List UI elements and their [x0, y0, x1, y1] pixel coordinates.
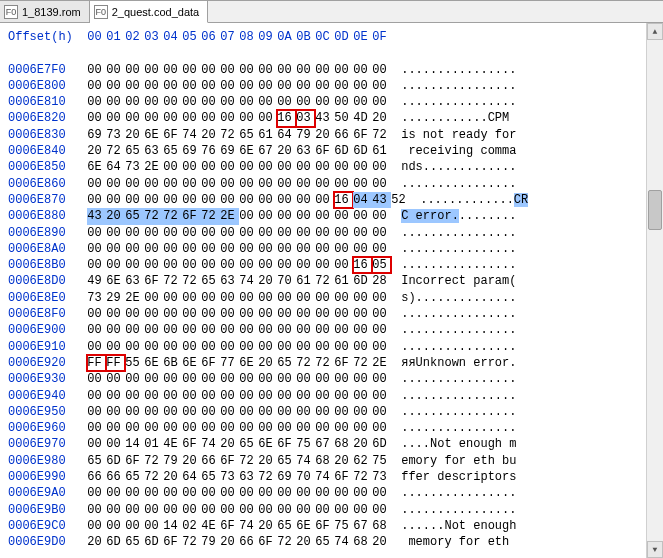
hex-byte[interactable]: 70	[296, 469, 315, 485]
hex-row[interactable]: 0006E990 666665722064657363726970746F727…	[8, 469, 642, 485]
hex-byte[interactable]: 00	[87, 306, 106, 322]
hex-byte[interactable]: 00	[239, 176, 258, 192]
hex-byte[interactable]: 20	[201, 127, 220, 143]
hex-byte[interactable]: 6F	[144, 273, 163, 289]
hex-byte[interactable]: 00	[182, 159, 201, 175]
hex-byte[interactable]: 14	[163, 518, 182, 534]
hex-byte[interactable]: 00	[106, 339, 125, 355]
hex-byte[interactable]: 00	[277, 485, 296, 501]
hex-byte[interactable]: 00	[163, 176, 182, 192]
hex-byte[interactable]: 00	[220, 94, 239, 110]
hex-byte[interactable]: 65	[277, 518, 296, 534]
hex-row[interactable]: 0006E7F0 0000000000000000000000000000000…	[8, 62, 642, 78]
hex-byte[interactable]: 00	[144, 502, 163, 518]
hex-byte[interactable]: 00	[353, 241, 372, 257]
hex-byte[interactable]: 66	[334, 127, 353, 143]
hex-byte[interactable]: 00	[258, 241, 277, 257]
hex-byte[interactable]: 00	[125, 192, 144, 208]
hex-byte[interactable]: 2E	[220, 208, 239, 224]
hex-byte[interactable]: 69	[182, 143, 201, 159]
hex-byte[interactable]: 00	[201, 192, 220, 208]
hex-byte[interactable]: 6E	[239, 143, 258, 159]
hex-byte[interactable]: 00	[106, 192, 125, 208]
hex-byte[interactable]: 62	[353, 453, 372, 469]
hex-byte[interactable]: 00	[106, 110, 125, 126]
hex-byte[interactable]: 00	[372, 208, 391, 224]
hex-byte[interactable]: 00	[144, 192, 163, 208]
hex-byte[interactable]: 20	[296, 534, 315, 550]
hex-byte[interactable]: 00	[87, 78, 106, 94]
hex-byte[interactable]: 20	[372, 534, 391, 550]
hex-row[interactable]: 0006E980 656D6F727920666F722065746820627…	[8, 453, 642, 469]
hex-byte[interactable]: 65	[87, 453, 106, 469]
hex-byte[interactable]: 66	[106, 469, 125, 485]
hex-row[interactable]: 0006E950 0000000000000000000000000000000…	[8, 404, 642, 420]
hex-byte[interactable]: 00	[334, 225, 353, 241]
hex-byte[interactable]: 28	[372, 273, 391, 289]
hex-byte[interactable]: 00	[163, 388, 182, 404]
hex-byte[interactable]: 00	[258, 420, 277, 436]
hex-byte[interactable]: 6F	[163, 534, 182, 550]
hex-byte[interactable]: 00	[125, 322, 144, 338]
hex-byte[interactable]: 00	[258, 94, 277, 110]
hex-byte[interactable]: 74	[296, 453, 315, 469]
hex-byte[interactable]: 00	[87, 62, 106, 78]
hex-byte[interactable]: 72	[258, 469, 277, 485]
hex-byte[interactable]: 65	[277, 453, 296, 469]
hex-byte[interactable]: 29	[106, 290, 125, 306]
hex-byte[interactable]: 00	[353, 62, 372, 78]
hex-byte[interactable]: 64	[106, 159, 125, 175]
hex-byte[interactable]: 4E	[201, 518, 220, 534]
hex-byte[interactable]: 00	[144, 339, 163, 355]
hex-byte[interactable]: 00	[220, 225, 239, 241]
hex-byte[interactable]: 74	[239, 273, 258, 289]
hex-content[interactable]: Offset(h) 000102030405060708090A0B0C0D0E…	[0, 23, 646, 558]
hex-byte[interactable]: 00	[296, 225, 315, 241]
hex-byte[interactable]: 00	[182, 420, 201, 436]
hex-byte[interactable]: 00	[296, 176, 315, 192]
hex-byte[interactable]: 00	[239, 404, 258, 420]
hex-byte[interactable]: 00	[239, 62, 258, 78]
hex-row[interactable]: 0006E860 0000000000000000000000000000000…	[8, 176, 642, 192]
hex-byte[interactable]: 00	[144, 62, 163, 78]
hex-byte[interactable]: 00	[182, 404, 201, 420]
hex-byte[interactable]: 20	[125, 127, 144, 143]
hex-byte[interactable]: 00	[258, 306, 277, 322]
hex-byte[interactable]: 65	[163, 143, 182, 159]
hex-row[interactable]: 0006E880 43206572726F722E000000000000000…	[8, 208, 642, 224]
hex-byte[interactable]: 00	[258, 62, 277, 78]
hex-byte[interactable]: 00	[201, 404, 220, 420]
hex-byte[interactable]: 73	[125, 159, 144, 175]
hex-byte[interactable]: 70	[277, 273, 296, 289]
hex-byte[interactable]: 00	[296, 485, 315, 501]
hex-byte[interactable]: 00	[315, 371, 334, 387]
hex-byte[interactable]: 61	[372, 143, 391, 159]
hex-byte[interactable]: 20	[258, 453, 277, 469]
hex-byte[interactable]: 00	[201, 110, 220, 126]
hex-row[interactable]: 0006E9C0 0000000014024E6F7420656E6F75676…	[8, 518, 642, 534]
hex-byte[interactable]: 20	[258, 518, 277, 534]
hex-byte[interactable]: 00	[239, 110, 258, 126]
hex-byte[interactable]: 00	[201, 339, 220, 355]
hex-byte[interactable]: 00	[87, 404, 106, 420]
scroll-down-button[interactable]: ▼	[647, 541, 663, 558]
hex-byte[interactable]: 67	[258, 143, 277, 159]
hex-byte[interactable]: 00	[372, 62, 391, 78]
hex-byte[interactable]: 6F	[182, 436, 201, 452]
hex-byte[interactable]: 00	[315, 62, 334, 78]
hex-byte[interactable]: 20	[182, 453, 201, 469]
hex-byte[interactable]: 00	[163, 241, 182, 257]
hex-byte[interactable]: 00	[106, 241, 125, 257]
hex-byte[interactable]: 00	[106, 257, 125, 273]
hex-byte[interactable]: 00	[125, 339, 144, 355]
hex-byte[interactable]: 00	[220, 241, 239, 257]
hex-byte[interactable]: 16	[277, 110, 296, 126]
hex-byte[interactable]: 00	[125, 404, 144, 420]
hex-byte[interactable]: 6E	[144, 355, 163, 371]
hex-byte[interactable]: 00	[163, 339, 182, 355]
hex-byte[interactable]: 6F	[353, 127, 372, 143]
hex-byte[interactable]: 63	[125, 273, 144, 289]
hex-byte[interactable]: 64	[182, 469, 201, 485]
hex-byte[interactable]: 20	[277, 143, 296, 159]
hex-byte[interactable]: 00	[87, 518, 106, 534]
